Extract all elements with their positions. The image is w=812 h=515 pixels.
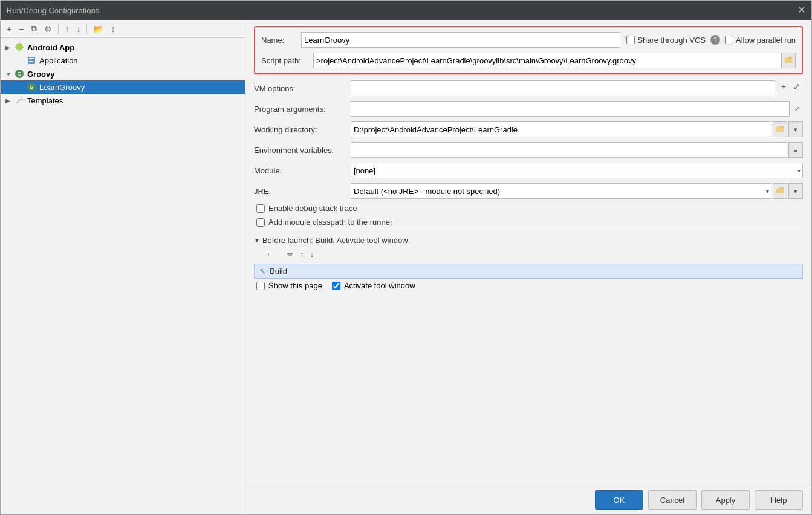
help-button[interactable]: Help (755, 490, 803, 510)
move-folder-button[interactable]: 📂 (91, 23, 106, 35)
add-config-button[interactable]: + (4, 23, 14, 35)
program-args-input[interactable] (351, 101, 790, 117)
svg-rect-4 (18, 50, 19, 51)
form-area: Name: Share through VCS ? Allow parallel… (245, 20, 811, 485)
jre-extra-dropdown-button[interactable]: ▾ (788, 183, 803, 199)
module-select[interactable]: [none] (351, 163, 803, 178)
env-vars-input-area: ≡ (351, 142, 803, 158)
before-launch-toolbar: + − ✏ ↑ ↓ (254, 248, 803, 260)
activate-window-label: Activate tool window (344, 281, 415, 290)
vm-options-area: + ⤢ (351, 80, 803, 96)
allow-parallel-label: Allow parallel run (725, 36, 796, 45)
vm-add-button[interactable]: + (778, 80, 790, 92)
script-browse-button[interactable] (781, 53, 796, 68)
svg-rect-3 (22, 46, 24, 48)
ok-button[interactable]: OK (595, 490, 643, 510)
move-up-button[interactable]: ↑ (62, 23, 71, 35)
working-dir-browse-button[interactable] (773, 121, 787, 137)
bottom-checkboxes: Show this page Activate tool window (254, 281, 803, 290)
settings-button[interactable]: ⚙ (42, 23, 54, 35)
tree-label-learngroovy: LearnGroovy (39, 83, 85, 92)
before-launch-header: ▼ Before launch: Build, Activate tool wi… (254, 236, 803, 245)
add-classpath-checkbox[interactable] (256, 218, 265, 227)
bl-add-button[interactable]: + (264, 248, 273, 260)
before-launch-title: Before launch: Build, Activate tool wind… (262, 236, 408, 245)
config-tree: ▶ Android App (1, 38, 245, 514)
svg-rect-8 (29, 60, 34, 60)
separator-2 (86, 24, 87, 34)
env-vars-row: Environment variables: ≡ (254, 142, 803, 158)
allow-parallel-checkbox[interactable] (725, 36, 733, 44)
jre-select[interactable]: Default (<no JRE> - module not specified… (351, 183, 771, 199)
groovy-g-icon: G (15, 70, 24, 78)
module-label: Module: (254, 166, 351, 175)
before-launch-section: ▼ Before launch: Build, Activate tool wi… (254, 232, 803, 290)
jre-row: JRE: Default (<no JRE> - module not spec… (254, 183, 803, 199)
learngroovy-icon: G (26, 82, 37, 92)
remove-config-button[interactable]: − (16, 23, 26, 35)
title-bar: Run/Debug Configurations ✕ (1, 1, 811, 20)
wrench-icon (14, 95, 25, 106)
working-dir-dropdown-button[interactable]: ▾ (788, 121, 803, 137)
bl-remove-button[interactable]: − (274, 248, 284, 260)
apply-button[interactable]: Apply (701, 490, 750, 510)
name-script-section: Name: Share through VCS ? Allow parallel… (254, 26, 803, 74)
share-vcs-checkbox[interactable] (626, 36, 635, 44)
tree-item-groovy[interactable]: ▼ G Groovy (1, 67, 245, 80)
dialog-title: Run/Debug Configurations (7, 6, 99, 15)
env-vars-input[interactable] (351, 142, 787, 158)
svg-rect-1 (16, 45, 22, 50)
jre-input-area: Default (<no JRE> - module not specified… (351, 183, 803, 199)
tree-label-application: Application (39, 56, 78, 65)
vm-options-row: VM options: + ⤢ (254, 80, 803, 96)
program-args-label: Program arguments: (254, 105, 351, 114)
application-icon (26, 55, 37, 66)
working-dir-input[interactable] (351, 121, 771, 137)
jre-select-wrapper: Default (<no JRE> - module not specified… (351, 183, 771, 199)
working-dir-input-area: ▾ (351, 121, 803, 137)
show-page-item: Show this page (256, 281, 322, 290)
tree-item-templates[interactable]: ▶ Templates (1, 94, 245, 107)
cancel-button[interactable]: Cancel (648, 490, 697, 510)
vm-buttons: + ⤢ (778, 80, 803, 92)
env-vars-label: Environment variables: (254, 146, 351, 155)
share-vcs-label: Share through VCS (626, 36, 706, 45)
left-toolbar: + − ⧉ ⚙ ↑ ↓ 📂 ↕ (1, 20, 245, 38)
vm-expand-button[interactable]: ⤢ (791, 80, 803, 92)
arrow-templates: ▶ (5, 97, 14, 104)
tree-item-application[interactable]: Application (1, 54, 245, 67)
env-vars-edit-button[interactable]: ≡ (788, 142, 803, 158)
svg-rect-5 (20, 50, 21, 51)
move-down-button[interactable]: ↓ (74, 23, 83, 35)
program-args-row: Program arguments: ⤢ (254, 101, 803, 117)
android-icon (14, 42, 25, 53)
arrow-android-app: ▶ (5, 44, 14, 51)
vm-options-input[interactable] (351, 80, 775, 96)
tree-item-android-app[interactable]: ▶ Android App (1, 40, 245, 54)
tree-item-learngroovy[interactable]: G LearnGroovy (1, 80, 245, 94)
jre-browse-button[interactable] (773, 183, 787, 199)
svg-rect-2 (15, 46, 16, 48)
working-dir-row: Working directory: ▾ (254, 121, 803, 137)
activate-window-checkbox[interactable] (332, 282, 340, 290)
add-classpath-row: Add module classpath to the runner (254, 218, 803, 227)
script-path-input[interactable] (313, 53, 781, 68)
groovy-folder-icon: G (14, 68, 25, 79)
sort-button[interactable]: ↕ (108, 23, 117, 35)
svg-rect-7 (29, 58, 34, 59)
tree-label-groovy: Groovy (27, 70, 55, 79)
debug-stack-checkbox[interactable] (256, 204, 265, 213)
bl-down-button[interactable]: ↓ (308, 248, 317, 260)
bl-up-button[interactable]: ↑ (297, 248, 307, 260)
debug-stack-label: Enable debug stack trace (268, 204, 357, 213)
copy-config-button[interactable]: ⧉ (28, 22, 39, 35)
bl-edit-button[interactable]: ✏ (285, 248, 296, 260)
close-button[interactable]: ✕ (797, 5, 805, 15)
debug-stack-row: Enable debug stack trace (254, 204, 803, 213)
before-launch-collapse-arrow[interactable]: ▼ (254, 237, 260, 244)
help-icon-button[interactable]: ? (710, 35, 720, 45)
program-args-expand-button[interactable]: ⤢ (791, 101, 803, 117)
name-row: Name: Share through VCS ? Allow parallel… (261, 32, 796, 48)
name-input[interactable] (301, 32, 620, 48)
show-page-checkbox[interactable] (256, 282, 265, 290)
